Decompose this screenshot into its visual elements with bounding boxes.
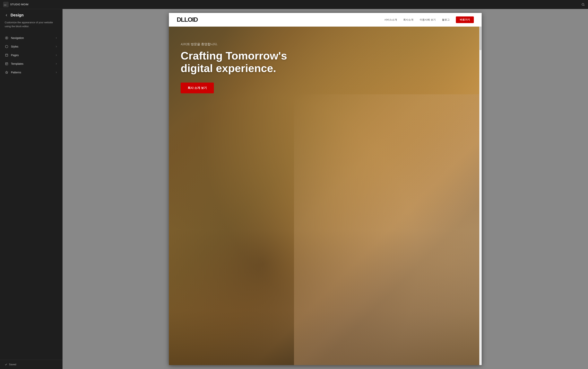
sidebar-title: Design <box>10 13 24 17</box>
patterns-icon <box>5 71 9 74</box>
sidebar: Design Customize the appearance of your … <box>0 9 63 369</box>
svg-rect-11 <box>5 63 8 65</box>
hero-photo-overlay <box>294 94 482 365</box>
sidebar-item-navigation[interactable]: Navigation <box>0 34 62 42</box>
templates-icon <box>5 62 9 66</box>
svg-text:□□: □□ <box>4 4 6 6</box>
patterns-label: Patterns <box>11 71 55 74</box>
preview-nav: DLLOID 서비스소개 회사소개 이용사례 보기 블로그 바로가기 <box>169 13 482 27</box>
nav-link-cases[interactable]: 이용사례 보기 <box>420 18 436 21</box>
sidebar-item-templates[interactable]: Templates <box>0 60 62 68</box>
pages-icon <box>5 53 9 57</box>
app-logo-icon: □□ <box>3 2 9 7</box>
sidebar-item-patterns[interactable]: Patterns <box>0 68 62 77</box>
svg-point-2 <box>582 3 584 5</box>
hero-cta-button[interactable]: 회사 소개 보기 <box>181 82 214 93</box>
sidebar-header: Design <box>0 9 62 20</box>
nav-link-blog[interactable]: 블로그 <box>442 18 450 21</box>
styles-icon <box>5 45 9 49</box>
search-button[interactable] <box>581 3 585 6</box>
patterns-chevron-icon <box>55 71 58 74</box>
back-button[interactable] <box>5 13 8 17</box>
preview-frame: DLLOID 서비스소개 회사소개 이용사례 보기 블로그 바로가기 사이트 방… <box>169 13 482 365</box>
sidebar-description: Customize the appearance of your website… <box>0 20 62 32</box>
saved-label: Saved <box>9 363 16 366</box>
hero-subtitle: 사이트 방문을 환영합니다. <box>181 42 470 46</box>
styles-chevron-icon <box>55 45 58 48</box>
templates-label: Templates <box>11 62 55 65</box>
preview-nav-links: 서비스소개 회사소개 이용사례 보기 블로그 바로가기 <box>384 16 474 23</box>
nav-link-cta[interactable]: 바로가기 <box>456 16 474 23</box>
svg-marker-14 <box>5 71 8 73</box>
check-icon <box>5 363 7 366</box>
preview-area: DLLOID 서비스소개 회사소개 이용사례 보기 블로그 바로가기 사이트 방… <box>63 9 588 369</box>
sidebar-footer: Saved <box>0 360 62 369</box>
pages-chevron-icon <box>55 54 58 57</box>
nav-link-service[interactable]: 서비스소개 <box>384 18 397 21</box>
topbar-logo: □□ STUDIO MOIM <box>3 2 29 7</box>
pages-label: Pages <box>11 54 55 57</box>
hero-section: 사이트 방문을 환영합니다. Crafting Tomorrow's digit… <box>169 27 482 365</box>
templates-chevron-icon <box>55 62 58 65</box>
hero-content: 사이트 방문을 환영합니다. Crafting Tomorrow's digit… <box>169 27 482 109</box>
navigation-chevron-icon <box>55 37 58 39</box>
svg-rect-9 <box>5 54 8 56</box>
sidebar-nav: Navigation Styles <box>0 32 62 360</box>
navigation-icon <box>5 36 9 40</box>
svg-line-3 <box>584 5 584 6</box>
hero-title: Crafting Tomorrow's digital experience. <box>181 50 298 75</box>
topbar: □□ STUDIO MOIM <box>0 0 588 9</box>
sidebar-item-pages[interactable]: Pages <box>0 51 62 60</box>
preview-logo: DLLOID <box>177 16 198 23</box>
nav-link-company[interactable]: 회사소개 <box>403 18 413 21</box>
main-layout: Design Customize the appearance of your … <box>0 9 588 369</box>
topbar-title: STUDIO MOIM <box>10 3 29 6</box>
sidebar-item-styles[interactable]: Styles <box>0 42 62 51</box>
navigation-label: Navigation <box>11 36 55 40</box>
styles-label: Styles <box>11 45 55 48</box>
